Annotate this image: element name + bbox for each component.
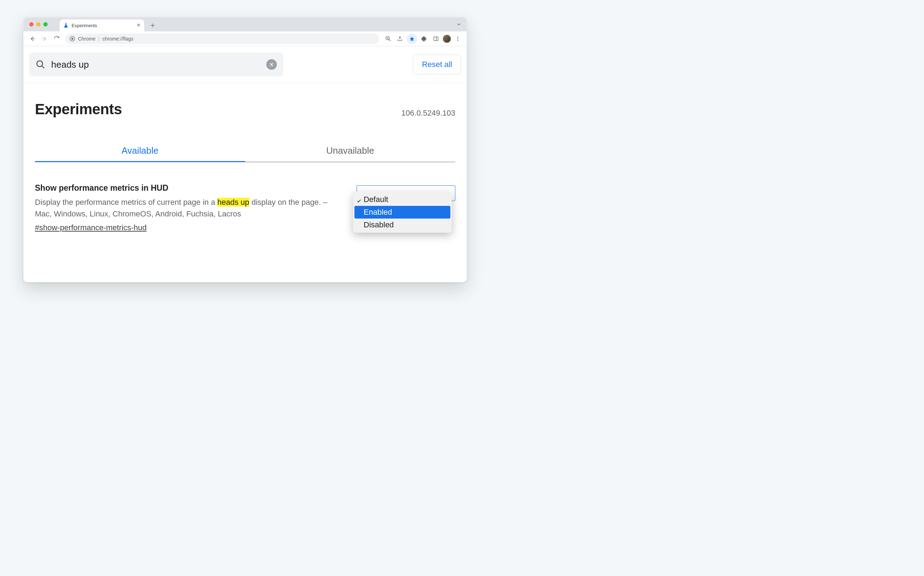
window-close-button[interactable]	[29, 22, 34, 26]
tab-list-chevron-icon[interactable]	[456, 21, 462, 29]
address-bar[interactable]: Chrome | chrome://flags	[65, 34, 379, 44]
svg-point-1	[71, 38, 73, 40]
window-controls	[29, 22, 48, 26]
sidepanel-icon[interactable]	[431, 34, 441, 44]
page-content: Reset all Experiments 106.0.5249.103 Ava…	[24, 46, 467, 282]
flag-option-enabled-label: Enabled	[364, 208, 392, 217]
flag-dropdown[interactable]: Default Enabled Disabled	[353, 192, 452, 233]
flag-desc-highlight: heads up	[217, 198, 249, 206]
omnibox-prefix: Chrome	[78, 36, 96, 42]
forward-button[interactable]	[39, 34, 50, 44]
search-icon	[35, 59, 45, 69]
flag-option-enabled[interactable]: Enabled	[354, 206, 450, 219]
close-tab-icon[interactable]	[136, 22, 141, 28]
flag-option-disabled[interactable]: Disabled	[354, 219, 450, 231]
zoom-icon[interactable]	[383, 34, 393, 44]
svg-point-7	[37, 61, 43, 67]
reset-all-label: Reset all	[422, 60, 452, 69]
flag-control: Default Enabled Disabled	[353, 183, 455, 232]
flag-description: Display the performance metrics of curre…	[35, 196, 339, 219]
window-maximize-button[interactable]	[43, 22, 48, 26]
tab-strip: Experiments	[24, 17, 467, 31]
page-heading: Experiments	[35, 101, 122, 118]
flag-entry: Show performance metrics in HUD Display …	[35, 183, 455, 232]
tab-available[interactable]: Available	[35, 141, 245, 162]
flag-title: Show performance metrics in HUD	[35, 183, 339, 193]
window-minimize-button[interactable]	[36, 22, 40, 26]
tab-available-label: Available	[121, 145, 159, 156]
bookmark-star-icon[interactable]	[407, 34, 417, 44]
svg-rect-3	[434, 37, 438, 40]
flag-info: Show performance metrics in HUD Display …	[35, 183, 339, 232]
share-icon[interactable]	[395, 34, 405, 44]
title-row: Experiments 106.0.5249.103	[35, 101, 455, 118]
search-row: Reset all	[24, 46, 467, 83]
flag-anchor-link[interactable]: #show-performance-metrics-hud	[35, 223, 339, 232]
flags-search-box[interactable]	[29, 53, 283, 77]
tab-unavailable-label: Unavailable	[326, 145, 374, 156]
clear-search-icon[interactable]	[266, 59, 277, 70]
reset-all-button[interactable]: Reset all	[413, 54, 461, 74]
check-icon	[357, 196, 362, 201]
browser-tab[interactable]: Experiments	[59, 19, 144, 31]
flag-option-default-label: Default	[364, 195, 388, 204]
flag-option-disabled-label: Disabled	[364, 220, 394, 229]
version-label: 106.0.5249.103	[401, 109, 455, 118]
flags-search-input[interactable]	[51, 59, 261, 70]
flag-desc-before: Display the performance metrics of curre…	[35, 198, 217, 206]
kebab-menu-icon[interactable]	[453, 34, 463, 44]
tab-unavailable[interactable]: Unavailable	[245, 141, 455, 162]
svg-point-5	[457, 38, 458, 39]
page-inner: Experiments 106.0.5249.103 Available Una…	[24, 83, 467, 243]
svg-point-6	[457, 40, 458, 41]
tab-title: Experiments	[72, 23, 134, 28]
flask-icon	[63, 22, 69, 28]
toolbar: Chrome | chrome://flags	[24, 31, 467, 46]
omnibox-divider: |	[98, 36, 100, 42]
new-tab-button[interactable]	[148, 21, 158, 30]
chrome-icon	[69, 36, 75, 42]
browser-window: Experiments Chrome | chrome://f	[23, 17, 467, 282]
back-button[interactable]	[27, 34, 38, 44]
omnibox-url: chrome://flags	[102, 36, 133, 42]
reload-button[interactable]	[51, 34, 62, 44]
svg-point-4	[457, 37, 458, 38]
extensions-icon[interactable]	[419, 34, 429, 44]
flag-option-default[interactable]: Default	[354, 193, 450, 206]
flag-tabs: Available Unavailable	[35, 141, 455, 162]
profile-avatar[interactable]	[443, 35, 451, 43]
